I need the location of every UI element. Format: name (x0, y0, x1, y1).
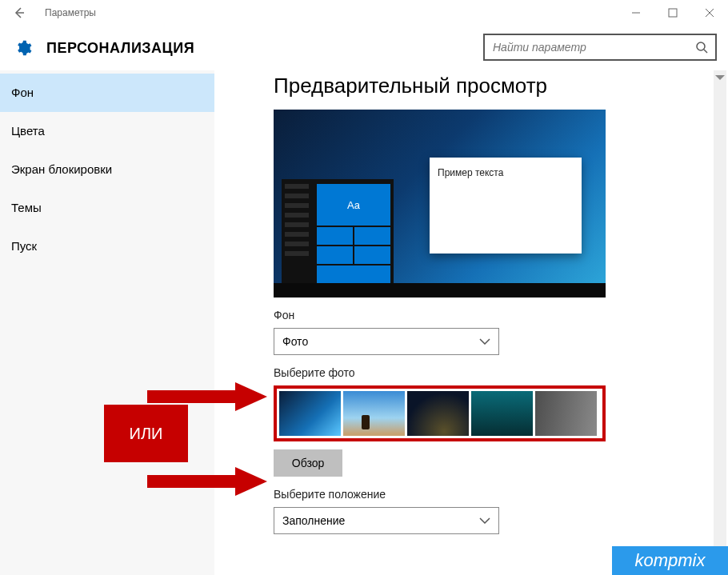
sidebar-item-label: Фон (11, 86, 34, 99)
title-bar: Параметры (0, 0, 728, 26)
preview-taskbar (274, 283, 606, 297)
preview-start-menu: Aa (282, 179, 394, 283)
sidebar-item-background[interactable]: Фон (0, 74, 214, 112)
browse-button[interactable]: Обзор (274, 449, 342, 477)
sidebar-item-start[interactable]: Пуск (0, 227, 214, 266)
window-title: Параметры (45, 7, 96, 18)
annotation-arrow-top (147, 382, 267, 411)
photo-thumb[interactable] (279, 391, 341, 436)
position-label: Выберите положение (274, 488, 728, 501)
photo-thumb[interactable] (407, 391, 469, 436)
main-panel: Предварительный просмотр Aa Пример текст… (214, 70, 728, 575)
photo-thumb[interactable] (343, 391, 405, 436)
search-icon[interactable] (688, 35, 715, 59)
background-label: Фон (274, 309, 728, 321)
position-value: Заполнение (282, 514, 345, 527)
scrollbar-up-arrow-icon[interactable] (715, 75, 725, 80)
gear-icon (14, 39, 32, 57)
svg-rect-0 (669, 9, 677, 17)
close-icon (705, 8, 714, 18)
chevron-down-icon (479, 338, 490, 345)
sidebar: Фон Цвета Экран блокировки Темы Пуск (0, 70, 214, 575)
sidebar-item-label: Цвета (11, 124, 45, 138)
photo-thumb[interactable] (471, 391, 533, 436)
scrollbar[interactable] (714, 70, 726, 575)
svg-point-1 (697, 42, 705, 50)
watermark: kompmix (612, 546, 728, 575)
annotation-or-box: ИЛИ (104, 405, 188, 462)
sidebar-item-label: Экран блокировки (11, 162, 112, 176)
minimize-button[interactable] (618, 0, 654, 26)
page-title: ПЕРСОНАЛИЗАЦИЯ (46, 40, 194, 57)
search-box[interactable] (483, 34, 717, 61)
photo-thumb[interactable] (535, 391, 597, 436)
position-dropdown[interactable]: Заполнение (274, 507, 499, 534)
minimize-icon (631, 8, 641, 18)
settings-header: ПЕРСОНАЛИЗАЦИЯ (0, 26, 728, 70)
background-dropdown[interactable]: Фото (274, 328, 499, 355)
preview-window: Пример текста (430, 158, 582, 254)
close-button[interactable] (691, 0, 728, 26)
background-value: Фото (282, 335, 308, 348)
sidebar-item-label: Темы (11, 201, 42, 214)
back-button[interactable] (0, 0, 38, 26)
maximize-icon (668, 8, 678, 18)
choose-photo-label: Выберите фото (274, 366, 728, 379)
arrow-left-icon (13, 6, 26, 19)
sidebar-item-colors[interactable]: Цвета (0, 112, 214, 150)
preview-tile-large: Aa (317, 184, 390, 226)
window-controls (618, 0, 728, 26)
photo-thumbnails (274, 385, 606, 441)
chevron-down-icon (479, 517, 490, 524)
preview-heading: Предварительный просмотр (274, 74, 728, 98)
desktop-preview: Aa Пример текста (274, 110, 606, 297)
sidebar-item-lockscreen[interactable]: Экран блокировки (0, 150, 214, 189)
maximize-button[interactable] (654, 0, 691, 26)
sidebar-item-label: Пуск (11, 239, 37, 253)
annotation-arrow-bottom (147, 467, 267, 496)
search-input[interactable] (485, 41, 688, 54)
preview-sample-text: Пример текста (438, 167, 503, 178)
sidebar-item-themes[interactable]: Темы (0, 189, 214, 227)
